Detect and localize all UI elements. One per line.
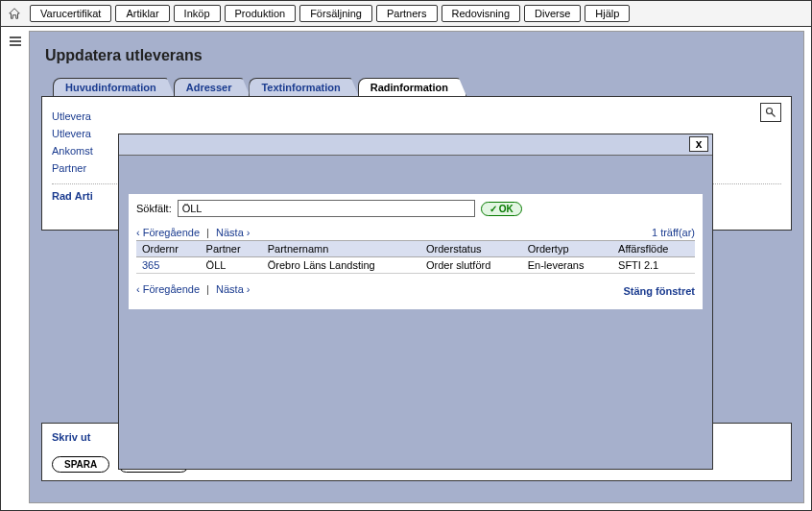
arti-label: Arti xyxy=(75,190,93,202)
search-modal: x Sökfält: ✓ OK ‹ Föregående | Nästa › 1… xyxy=(118,134,713,470)
col-ordertyp[interactable]: Ordertyp xyxy=(522,241,612,257)
table-row[interactable]: 365 ÖLL Örebro Läns Landsting Order slut… xyxy=(136,257,695,274)
col-partner[interactable]: Partner xyxy=(201,241,262,257)
ok-button[interactable]: ✓ OK xyxy=(481,202,522,216)
close-window-link[interactable]: Stäng fönstret xyxy=(623,285,695,297)
menu-varucertifikat[interactable]: Varucertifikat xyxy=(30,5,111,22)
search-input[interactable] xyxy=(178,200,475,217)
cell-orderstatus: Order slutförd xyxy=(420,257,522,274)
menu-partners[interactable]: Partners xyxy=(376,5,438,22)
main-area: Uppdatera utleverans Huvudinformation Ad… xyxy=(29,31,804,503)
col-orderstatus[interactable]: Orderstatus xyxy=(420,241,522,257)
cell-ordertyp: En-leverans xyxy=(522,257,612,274)
check-icon: ✓ xyxy=(490,204,497,214)
col-ordernr[interactable]: Ordernr xyxy=(136,241,201,257)
tab-adresser[interactable]: Adresser xyxy=(174,78,251,96)
svg-rect-2 xyxy=(10,44,21,46)
tab-textinformation[interactable]: Textinformation xyxy=(249,78,358,96)
search-icon[interactable] xyxy=(760,103,781,122)
menu-produktion[interactable]: Produktion xyxy=(225,5,297,22)
modal-body: Sökfält: ✓ OK ‹ Föregående | Nästa › 1 t… xyxy=(129,194,703,309)
cell-partnernamn: Örebro Läns Landsting xyxy=(262,257,420,274)
save-button[interactable]: SPARA xyxy=(52,456,109,473)
nav-prev-bottom[interactable]: ‹ Föregående xyxy=(136,283,200,295)
menu-redovisning[interactable]: Redovisning xyxy=(442,5,521,22)
menu-inkop[interactable]: Inköp xyxy=(174,5,221,22)
svg-point-3 xyxy=(767,109,773,114)
nav-next-top[interactable]: Nästa › xyxy=(216,227,250,238)
cell-partner: ÖLL xyxy=(201,257,262,274)
rad-label: Rad xyxy=(52,190,72,202)
menu-hjalp[interactable]: Hjälp xyxy=(585,5,630,22)
top-menu: Varucertifikat Artiklar Inköp Produktion… xyxy=(1,1,811,27)
cell-affarsflode: SFTI 2.1 xyxy=(612,257,695,274)
modal-titlebar: x xyxy=(119,134,712,156)
search-label: Sökfält: xyxy=(136,203,172,214)
hits-count: 1 träff(ar) xyxy=(652,227,695,238)
nav-prev-top[interactable]: ‹ Föregående xyxy=(136,227,200,238)
svg-line-4 xyxy=(772,113,776,117)
tab-row: Huvudinformation Adresser Textinformatio… xyxy=(41,78,792,96)
form-label-0: Utlevera xyxy=(52,110,153,122)
tab-huvudinformation[interactable]: Huvudinformation xyxy=(53,78,175,96)
menu-forsaljning[interactable]: Försäljning xyxy=(299,5,372,22)
sidebar-toggle-icon[interactable] xyxy=(8,34,25,51)
menu-artiklar[interactable]: Artiklar xyxy=(115,5,169,22)
nav-next-bottom[interactable]: Nästa › xyxy=(216,283,250,295)
modal-close-button[interactable]: x xyxy=(689,136,708,152)
svg-rect-0 xyxy=(10,36,21,38)
menu-diverse[interactable]: Diverse xyxy=(524,5,581,22)
home-icon[interactable] xyxy=(7,6,22,21)
result-table: Ordernr Partner Partnernamn Orderstatus … xyxy=(136,240,695,274)
tab-radinformation[interactable]: Radinformation xyxy=(358,78,466,96)
svg-rect-1 xyxy=(10,40,21,42)
col-partnernamn[interactable]: Partnernamn xyxy=(262,241,420,257)
page-title: Uppdatera utleverans xyxy=(45,47,792,64)
ok-label: OK xyxy=(499,204,513,214)
cell-ordernr[interactable]: 365 xyxy=(136,257,201,274)
col-affarsflode[interactable]: Affärsflöde xyxy=(612,241,695,257)
